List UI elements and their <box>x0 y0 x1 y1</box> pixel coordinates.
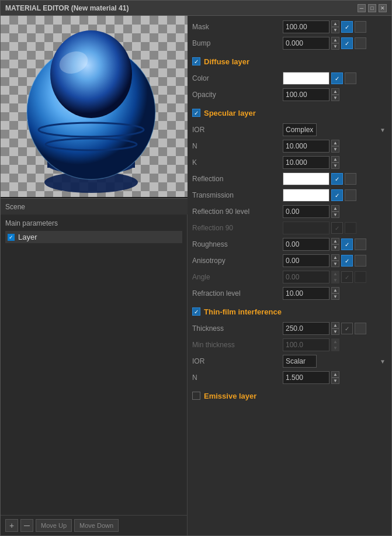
thickness-row: Thickness ▲ ▼ ✓ <box>192 321 387 336</box>
thickness-check[interactable]: ✓ <box>341 323 353 334</box>
mask-spin-down[interactable]: ▼ <box>331 27 339 33</box>
thinfilm-section-title: Thin-film interference <box>204 307 282 316</box>
bottom-buttons: + ─ Move Up Move Down <box>1 515 187 535</box>
bump-check[interactable]: ✓ <box>341 37 353 49</box>
n2-row: N ▲ ▼ <box>192 370 387 385</box>
n2-spin-up[interactable]: ▲ <box>331 371 339 378</box>
mask-spinner: ▲ ▼ <box>331 20 339 33</box>
right-panel: Mask ▲ ▼ ✓ Bump ▲ ▼ <box>188 16 391 535</box>
bump-label: Bump <box>192 39 283 47</box>
reflection90-level-input[interactable] <box>283 205 329 218</box>
k-spin-up[interactable]: ▲ <box>331 156 339 162</box>
maximize-button[interactable]: □ <box>368 4 376 12</box>
color-swatch[interactable] <box>283 72 329 85</box>
thickness-spin-down[interactable]: ▼ <box>331 328 339 335</box>
refraction-spin-down[interactable]: ▼ <box>331 293 339 300</box>
diffuse-section-header: ✓ Diffuse layer <box>192 54 387 68</box>
n2-input[interactable] <box>283 371 329 384</box>
roughness-square[interactable] <box>355 238 366 250</box>
roughness-check[interactable]: ✓ <box>341 238 353 250</box>
anisotropy-check[interactable]: ✓ <box>341 255 353 267</box>
n-spin-down[interactable]: ▼ <box>331 146 339 153</box>
opacity-spin-down[interactable]: ▼ <box>331 95 339 101</box>
anisotropy-square[interactable] <box>355 255 366 267</box>
angle-row: Angle ▲ ▼ ✓ <box>192 269 387 285</box>
opacity-controls: ▲ ▼ <box>283 88 387 101</box>
reflection90-square <box>345 222 356 234</box>
angle-label: Angle <box>192 273 283 281</box>
reflection90-level-spin-up[interactable]: ▲ <box>331 205 339 212</box>
layer-checkbox[interactable]: ✓ <box>8 234 15 241</box>
reflection90-level-controls: ▲ ▼ <box>283 205 387 218</box>
specular-checkbox[interactable]: ✓ <box>192 109 200 117</box>
thickness-square[interactable] <box>355 323 366 334</box>
roughness-input[interactable] <box>283 238 329 251</box>
refraction-label: Refraction level <box>192 289 283 298</box>
mask-label: Mask <box>192 23 283 31</box>
close-button[interactable]: ✕ <box>379 4 387 12</box>
transmission-swatch[interactable] <box>283 189 329 202</box>
ior-select-arrow: ▼ <box>380 127 386 133</box>
thickness-spin-up[interactable]: ▲ <box>331 322 339 328</box>
diffuse-checkbox[interactable]: ✓ <box>192 57 200 65</box>
ior-select[interactable]: Scalar Complex Custom <box>283 123 317 136</box>
minimize-button[interactable]: ─ <box>358 4 366 12</box>
mask-input[interactable] <box>283 20 329 33</box>
roughness-spin-down[interactable]: ▼ <box>331 244 339 251</box>
move-down-button[interactable]: Move Down <box>74 519 119 532</box>
n-input[interactable] <box>283 140 329 153</box>
move-up-button[interactable]: Move Up <box>36 519 72 532</box>
n2-spin-down[interactable]: ▼ <box>331 378 339 384</box>
remove-layer-button[interactable]: ─ <box>20 519 33 532</box>
reflection-square[interactable] <box>345 173 356 185</box>
bump-spin-up[interactable]: ▲ <box>331 37 339 43</box>
ior2-select[interactable]: Scalar Complex <box>283 355 317 368</box>
k-spin-down[interactable]: ▼ <box>331 162 339 169</box>
thickness-input[interactable] <box>283 322 329 335</box>
transmission-row: Transmission ✓ <box>192 188 387 203</box>
bump-row: Bump ▲ ▼ ✓ <box>192 36 387 51</box>
mask-square[interactable] <box>355 21 366 33</box>
reflection-swatch[interactable] <box>283 172 329 185</box>
transmission-check[interactable]: ✓ <box>331 189 343 201</box>
refraction-spin-up[interactable]: ▲ <box>331 287 339 293</box>
n2-label: N <box>192 374 283 382</box>
mask-spin-up[interactable]: ▲ <box>331 20 339 27</box>
refraction-controls: ▲ ▼ <box>283 287 387 300</box>
anisotropy-input[interactable] <box>283 254 329 267</box>
opacity-spin-up[interactable]: ▲ <box>331 88 339 95</box>
transmission-square[interactable] <box>345 189 356 201</box>
refraction-input[interactable] <box>283 287 329 300</box>
add-layer-button[interactable]: + <box>5 519 18 532</box>
thickness-controls: ▲ ▼ ✓ <box>283 322 387 335</box>
n-spin-up[interactable]: ▲ <box>331 140 339 146</box>
bump-square[interactable] <box>355 37 366 49</box>
thickness-label: Thickness <box>192 324 283 333</box>
anisotropy-spin-up[interactable]: ▲ <box>331 254 339 261</box>
transmission-label: Transmission <box>192 191 283 199</box>
mask-check[interactable]: ✓ <box>341 21 353 33</box>
opacity-input[interactable] <box>283 88 329 101</box>
thinfilm-checkbox[interactable]: ✓ <box>192 307 200 316</box>
reflection-controls: ✓ <box>283 172 387 185</box>
layer-item[interactable]: ✓ Layer <box>5 231 182 243</box>
reflection90-label: Reflection 90 <box>192 224 283 232</box>
min-thickness-row: Min thickness ▲ ▼ <box>192 337 387 352</box>
reflection-check[interactable]: ✓ <box>331 173 343 185</box>
bump-input[interactable] <box>283 37 329 50</box>
reflection90-level-spin-down[interactable]: ▼ <box>331 212 339 218</box>
roughness-label: Roughness <box>192 240 283 248</box>
k-input[interactable] <box>283 156 329 169</box>
refraction-row: Refraction level ▲ ▼ <box>192 286 387 301</box>
window-controls: ─ □ ✕ <box>358 4 387 12</box>
reflection-label: Reflection <box>192 175 283 183</box>
angle-square <box>355 271 366 283</box>
emissive-checkbox[interactable] <box>192 392 200 400</box>
anisotropy-spin-down[interactable]: ▼ <box>331 261 339 267</box>
emissive-section-title: Emissive layer <box>204 392 256 400</box>
bump-spin-down[interactable]: ▼ <box>331 43 339 50</box>
color-check[interactable]: ✓ <box>331 72 343 84</box>
color-square[interactable] <box>345 72 356 84</box>
roughness-spin-up[interactable]: ▲ <box>331 238 339 244</box>
ior2-label: IOR <box>192 357 283 365</box>
